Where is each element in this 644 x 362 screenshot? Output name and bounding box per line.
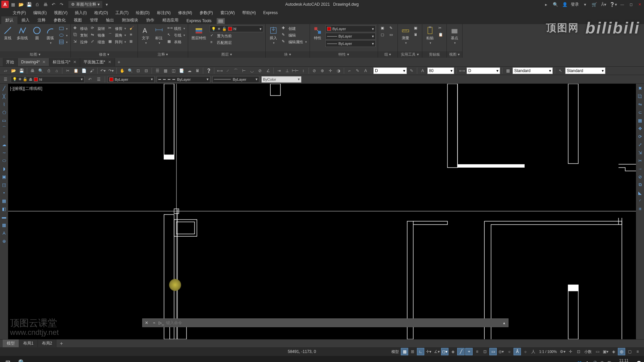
scale2-icon[interactable]: ⤢	[637, 141, 643, 147]
ribbon-tab-annot[interactable]: 注释	[34, 16, 50, 24]
fillet-button[interactable]: ⌒圆角	[108, 32, 127, 38]
array-button[interactable]: ▦阵列	[108, 39, 127, 45]
layer-strip-combo[interactable]: 💡 ❄ 🔓 🖶 hl ▾	[11, 76, 85, 83]
app-icon[interactable]: Å▾	[600, 1, 607, 8]
edit-attr-button[interactable]: ✎编辑属性	[281, 39, 308, 45]
group-edit-button[interactable]: ✎	[389, 25, 395, 32]
anno-vis-toggle[interactable]: ⟐	[505, 348, 513, 355]
layout-add[interactable]: +	[56, 340, 66, 348]
qat-share-icon[interactable]: ▾	[103, 1, 110, 8]
dim-inspect-icon[interactable]: ◑	[335, 67, 342, 74]
match-props-button[interactable]: 特性	[312, 25, 323, 41]
menu-param[interactable]: 参数(P)	[196, 9, 216, 17]
panel-utils-title[interactable]: 实用工具 ▾	[398, 51, 422, 58]
menu-dim[interactable]: 标注(N)	[154, 9, 174, 17]
dim-jogged-icon[interactable]: ⌐	[346, 67, 353, 74]
erase2-icon[interactable]: ✖	[637, 85, 643, 91]
circle-icon[interactable]: ○	[1, 133, 7, 139]
dimstyle-icon[interactable]: ✎	[408, 67, 415, 74]
create-block-button[interactable]: ✚创建	[281, 25, 308, 32]
point-icon[interactable]: •	[1, 190, 7, 196]
layer-current-combo[interactable]: 💡 ☀ 🔓 hl ▾	[210, 25, 263, 32]
stretch-button[interactable]: ⇲拉伸	[73, 39, 88, 45]
move-button[interactable]: ✥移动	[73, 25, 88, 32]
gradient-icon[interactable]: ◧	[1, 206, 7, 212]
explode-button[interactable]: ✳	[129, 32, 136, 38]
rotate2-icon[interactable]: ⟳	[637, 133, 643, 139]
qv-toggle[interactable]: ▭	[594, 348, 601, 355]
cmd-history-icon[interactable]: ▴	[501, 320, 507, 325]
cut-button[interactable]: ✂	[438, 25, 444, 32]
panel-group-title[interactable]: 组 ▾	[378, 51, 397, 58]
maximize-button[interactable]: ◻	[628, 1, 634, 7]
circle-button[interactable]: 圆	[31, 25, 43, 41]
minimize-button[interactable]: —	[619, 1, 625, 7]
revcloud-icon[interactable]: ☁	[1, 141, 7, 147]
paste-icon[interactable]: 📄	[80, 67, 87, 74]
dim-center-icon[interactable]: ✛	[327, 67, 334, 74]
qc-icon[interactable]: 🖩	[194, 67, 201, 74]
units-readout[interactable]: 小数	[583, 349, 593, 354]
zoom-win-icon[interactable]: ⊡	[135, 67, 142, 74]
panel-annot-title[interactable]: 注释 ▾	[138, 51, 188, 58]
layer-makecurrent-button[interactable]: ✓置为当前	[210, 33, 232, 39]
select-all-button[interactable]: ▣	[413, 25, 420, 32]
menu-draw[interactable]: 绘图(D)	[132, 9, 153, 17]
dim-break-icon[interactable]: ⊘	[311, 67, 318, 74]
ellipsearc-icon[interactable]: ◗	[1, 166, 7, 172]
file-tab-dim-practice[interactable]: 标注练习*✕	[49, 58, 80, 66]
mtext-icon[interactable]: A	[1, 230, 7, 236]
dim-radius-icon[interactable]: ◡	[249, 67, 255, 74]
menu-tools[interactable]: 工具(T)	[112, 9, 132, 17]
rect-button[interactable]	[58, 25, 68, 32]
ungroup-button[interactable]: ▢	[380, 32, 387, 38]
qat-save-icon[interactable]: 💾	[25, 1, 33, 8]
dim-base-icon[interactable]: ⊥	[284, 67, 290, 74]
cmd-close-icon[interactable]: ✕	[144, 320, 149, 325]
qat-saveas-icon[interactable]: ⎙	[34, 1, 41, 8]
trim-button[interactable]: ✂修剪	[108, 25, 127, 32]
menu-window[interactable]: 窗口(W)	[217, 9, 238, 17]
insert-icon[interactable]: ▣	[1, 174, 7, 180]
chamfer-icon[interactable]: ◣	[637, 190, 643, 196]
tray-volume-icon[interactable]: 🔊	[592, 361, 597, 362]
panel-view-title[interactable]: 视图 ▾	[447, 51, 462, 58]
erase-button[interactable]: 🧹	[129, 25, 136, 32]
iso-toggle[interactable]: ∠▾	[433, 348, 440, 355]
grid-toggle[interactable]: ▦	[401, 348, 408, 355]
redo-icon[interactable]: ↷▾	[108, 67, 114, 74]
ribbon-tab-output[interactable]: 输出	[102, 16, 118, 24]
menu-express[interactable]: Express	[260, 9, 281, 16]
pline-icon[interactable]: ⌇	[1, 101, 7, 107]
menu-help[interactable]: 帮助(H)	[239, 9, 259, 17]
menu-view[interactable]: 视图(V)	[51, 9, 71, 17]
mirror-button[interactable]: ⇋镜像	[90, 32, 106, 38]
anno-auto-toggle[interactable]: Å	[514, 348, 521, 355]
layout1-tab[interactable]: 布局1	[19, 340, 38, 347]
ribbon-tab-insert[interactable]: 插入	[17, 16, 34, 24]
command-line[interactable]: ✕ ⌁ ▷_ ▴	[142, 318, 508, 327]
close-icon[interactable]: ✕	[42, 60, 46, 64]
matchprop-icon[interactable]: 🖌	[89, 67, 95, 74]
table2-icon[interactable]: ▦	[504, 67, 511, 74]
copy2-icon[interactable]: ⿻	[637, 93, 643, 99]
qat-redo-icon[interactable]: ↷	[58, 1, 65, 8]
ltype-combo[interactable]: ByLayer▾	[325, 40, 376, 47]
array2-icon[interactable]: ▦	[637, 117, 643, 123]
ssm-icon[interactable]: 📑	[178, 67, 185, 74]
polyline-button[interactable]: 多段线	[15, 25, 29, 41]
dim-tedit-icon[interactable]: A	[362, 67, 369, 74]
chevron-down-icon[interactable]: ▾	[582, 1, 588, 8]
qat-open-icon[interactable]: 📂	[17, 1, 25, 8]
extend-icon[interactable]: →	[637, 166, 643, 172]
measure-button[interactable]: 测量	[400, 25, 411, 45]
menu-format[interactable]: 格式(O)	[91, 9, 111, 17]
hw-toggle[interactable]: ◎	[618, 348, 625, 355]
mleaderstyle-combo[interactable]: Standard▾	[565, 67, 605, 74]
ltype-strip-combo[interactable]: ByLayer▾	[157, 76, 210, 83]
group-button[interactable]: ▣	[380, 25, 387, 32]
mleader-icon[interactable]: ↖	[557, 67, 564, 74]
tray-people-icon[interactable]: 👥	[577, 361, 582, 362]
menu-insert[interactable]: 插入(I)	[71, 9, 90, 17]
windows-start-button[interactable]: ⊞	[3, 358, 13, 362]
